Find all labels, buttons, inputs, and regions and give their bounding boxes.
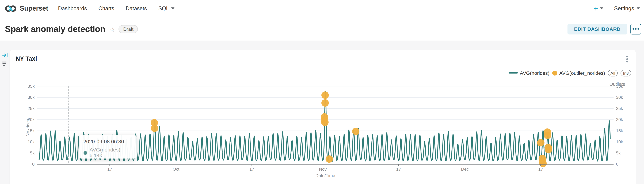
ellipsis-icon [633,28,634,30]
settings-menu[interactable]: Settings [614,5,640,11]
settings-label: Settings [614,5,634,11]
nav-item-sql-label: SQL [158,5,169,11]
y-axis-label-right: 30k [616,95,623,99]
y-axis-label-left: 10k [28,139,35,144]
primary-nav: Dashboards Charts Datasets SQL [58,5,174,11]
superset-app-window: Superset Dashboards Charts Datasets SQL … [0,0,644,184]
outlier-point[interactable] [539,160,546,167]
x-axis-tick-label: 17 [396,167,401,171]
y-axis-label-right: 0 [616,162,618,166]
line-swatch-icon [509,72,518,73]
new-item-button[interactable]: + [594,5,604,12]
favorite-star-icon[interactable]: ☆ [110,26,115,33]
outlier-point[interactable] [321,118,328,126]
tooltip-value: AVG(norides): 6.14k [90,147,132,159]
nav-item-dashboards[interactable]: Dashboards [58,5,87,11]
legend-label: AVG(norides) [520,70,550,76]
y-axis-label-left: 30k [28,95,35,99]
caret-down-icon [600,7,604,9]
nav-item-sql[interactable]: SQL [158,5,174,11]
arrow-to-bar-icon [2,52,8,58]
dashboard-actions: EDIT DASHBOARD [568,24,641,34]
status-badge: Draft [119,25,138,33]
kebab-icon [626,56,628,57]
nav-item-datasets[interactable]: Datasets [126,5,147,11]
superset-infinity-icon [4,4,17,13]
chart-title: NY Taxi [16,55,37,62]
tooltip-date: 2020-09-08 06:30 [83,139,132,145]
outlier-point[interactable] [322,99,329,106]
y-axis-label-left: 5k [30,150,35,155]
nav-item-charts[interactable]: Charts [98,5,114,11]
outlier-point[interactable] [545,146,552,153]
outlier-point[interactable] [544,132,551,139]
plus-icon: + [594,5,598,12]
series-marker-icon [83,151,87,155]
y-axis-label-right: 20k [616,117,623,122]
expand-filter-panel-button[interactable] [2,52,8,59]
chart-legend: AVG(norides) AVG(outlier_norides) All In… [509,70,631,76]
outlier-point[interactable] [151,124,158,132]
outlier-point[interactable] [326,155,333,163]
x-axis-tick-label: Dec [461,167,469,171]
legend-caption: Outliers [610,82,625,87]
page-title: Spark anomaly detection [5,24,105,34]
y-axis-label-right: 25k [616,106,623,111]
outlier-point[interactable] [352,128,360,135]
chart-tooltip: 2020-09-08 06:30 AVG(norides): 6.14k [78,135,136,159]
y-axis-label-left: 25k [28,106,35,111]
legend-label: AVG(outlier_norides) [559,70,605,76]
y-axis-label-right: 10k [616,139,623,144]
legend-all-button[interactable]: All [608,70,618,76]
top-nav: Superset Dashboards Charts Datasets SQL … [0,0,644,17]
outlier-point[interactable] [537,139,544,146]
outlier-point[interactable] [322,91,329,99]
y-axis-label-right: 15k [616,128,623,133]
y-axis-title: No. rides [26,119,30,136]
y-axis-label-left: 35k [28,84,35,88]
x-axis-title: Date/Time [316,173,335,178]
x-axis-tick-label: Nov [319,167,327,171]
circle-swatch-icon [552,71,557,75]
x-axis-tick-label: 17 [538,167,543,171]
nav-right: + Settings [594,5,640,12]
chart-options-button[interactable] [626,55,629,63]
superset-logo[interactable]: Superset [4,4,48,13]
dashboard-header: Spark anomaly detection ☆ Draft EDIT DAS… [0,17,644,41]
chart-card-ny-taxi: 17Oct17Nov17Dec17005k5k10k10k15k15k20k20… [10,50,636,184]
x-axis-tick-label: Oct [173,167,180,171]
brand-name: Superset [20,4,48,12]
dashboard-body: 17Oct17Nov17Dec17005k5k10k10k15k15k20k20… [0,41,644,184]
y-axis-label-right: 5k [616,150,621,155]
caret-down-icon [171,7,174,9]
legend-item-avg-norides[interactable]: AVG(norides) [509,70,549,76]
legend-item-avg-outlier-norides[interactable]: AVG(outlier_norides) [552,70,605,76]
dashboard-more-button[interactable] [630,24,641,34]
tooltip-row: AVG(norides): 6.14k [83,147,132,159]
caret-down-icon [637,7,640,9]
y-axis-label-left: 0 [32,162,35,166]
filter-icon[interactable] [2,61,6,66]
edit-dashboard-button[interactable]: EDIT DASHBOARD [568,24,627,34]
x-axis-tick-label: 17 [250,167,254,171]
legend-inv-button[interactable]: Inv [621,70,631,76]
x-axis-tick-label: 17 [107,167,112,171]
